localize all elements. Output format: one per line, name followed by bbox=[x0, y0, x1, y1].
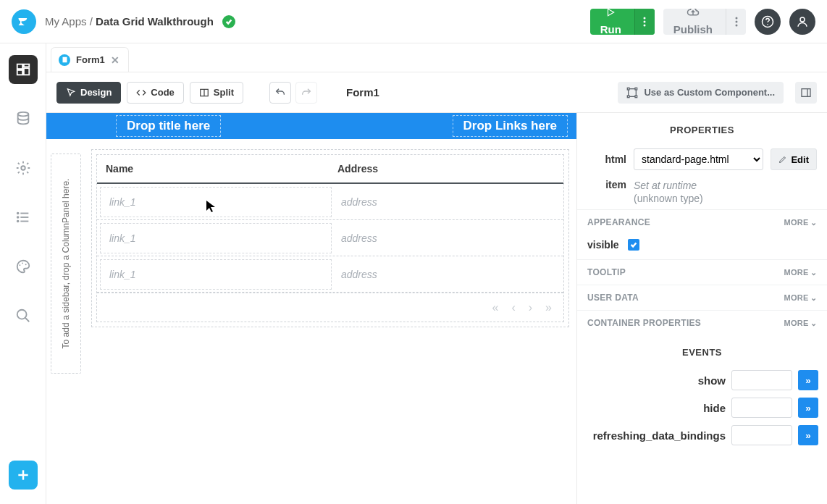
palette-icon bbox=[15, 259, 31, 274]
redo-button[interactable] bbox=[295, 82, 317, 104]
tab-form1[interactable]: Form1 ✕ bbox=[51, 47, 129, 72]
toolbar: Design Code Split For bbox=[46, 72, 827, 113]
more-toggle[interactable]: MORE⌄ bbox=[784, 319, 817, 328]
pager-first-icon[interactable]: « bbox=[492, 301, 499, 314]
help-button[interactable] bbox=[755, 9, 781, 35]
svg-point-2 bbox=[644, 24, 646, 26]
svg-point-3 bbox=[735, 17, 737, 19]
section-tooltip[interactable]: TOOLTIP MORE⌄ bbox=[577, 259, 827, 285]
gear-icon bbox=[15, 160, 31, 176]
svg-rect-33 bbox=[635, 88, 637, 90]
event-hide-input[interactable] bbox=[731, 398, 792, 418]
cell-address[interactable]: address bbox=[332, 269, 563, 280]
rail-add-button[interactable] bbox=[9, 461, 38, 490]
code-icon bbox=[136, 88, 146, 98]
list-icon bbox=[15, 209, 31, 225]
svg-rect-32 bbox=[628, 88, 630, 90]
prop-visible-checkbox[interactable] bbox=[628, 239, 639, 251]
rail-settings-button[interactable] bbox=[9, 154, 38, 182]
svg-point-8 bbox=[800, 17, 805, 22]
undo-button[interactable] bbox=[269, 82, 291, 104]
cell-link[interactable]: link_1 bbox=[100, 187, 332, 217]
column-header-address[interactable]: Address bbox=[329, 163, 563, 175]
publish-button[interactable]: Publish bbox=[663, 9, 746, 35]
event-show-go-button[interactable]: » bbox=[798, 370, 818, 390]
redo-icon bbox=[301, 87, 312, 98]
design-canvas[interactable]: Drop title here Drop Links here To add a… bbox=[46, 113, 576, 504]
svg-point-21 bbox=[19, 264, 20, 266]
prop-html-select[interactable]: standard-page.html bbox=[634, 148, 763, 170]
title-drop-zone[interactable]: Drop title here bbox=[116, 115, 221, 137]
section-container-properties[interactable]: CONTAINER PROPERTIES MORE⌄ bbox=[577, 310, 827, 335]
view-code-button[interactable]: Code bbox=[127, 82, 184, 104]
svg-rect-9 bbox=[17, 64, 22, 69]
svg-point-18 bbox=[17, 213, 18, 214]
grid-header: Name Address bbox=[97, 155, 563, 184]
events-heading: EVENTS bbox=[577, 335, 827, 366]
more-toggle[interactable]: MORE⌄ bbox=[784, 293, 817, 303]
pager-prev-icon[interactable]: ‹ bbox=[511, 301, 515, 314]
event-refresh-input[interactable] bbox=[731, 425, 792, 445]
form-icon bbox=[59, 54, 70, 66]
pager-last-icon[interactable]: » bbox=[545, 301, 552, 314]
plus-icon bbox=[16, 468, 30, 482]
properties-heading: PROPERTIES bbox=[577, 113, 827, 144]
section-appearance[interactable]: APPEARANCE MORE⌄ bbox=[577, 209, 827, 235]
column-header-name[interactable]: Name bbox=[97, 163, 329, 175]
pager-next-icon[interactable]: › bbox=[529, 301, 532, 314]
grid-row[interactable]: link_1 address bbox=[97, 220, 563, 256]
play-icon bbox=[605, 9, 616, 18]
current-form-label: Form1 bbox=[346, 86, 379, 98]
tab-close-icon[interactable]: ✕ bbox=[111, 54, 119, 66]
prop-item-value: Set at runtime (unknown type) bbox=[634, 179, 703, 205]
sidebar-drop-zone[interactable]: To add a sidebar, drop a ColumnPanel her… bbox=[51, 154, 81, 374]
layout-icon bbox=[15, 62, 31, 77]
cell-link[interactable]: link_1 bbox=[100, 223, 332, 253]
cell-link[interactable]: link_1 bbox=[100, 259, 332, 290]
rail-search-button[interactable] bbox=[9, 301, 38, 330]
account-button[interactable] bbox=[789, 9, 815, 35]
links-drop-zone[interactable]: Drop Links here bbox=[453, 115, 568, 137]
event-hide-label: hide bbox=[586, 402, 726, 414]
grid-row[interactable]: link_1 address bbox=[97, 256, 563, 293]
publish-menu-button[interactable] bbox=[726, 9, 746, 35]
event-refresh-go-button[interactable]: » bbox=[798, 425, 818, 445]
rail-app-button[interactable] bbox=[9, 55, 38, 84]
data-grid[interactable]: Name Address link_1 address link_1 addre… bbox=[91, 149, 569, 327]
svg-point-13 bbox=[17, 112, 28, 117]
chevron-down-icon: ⌄ bbox=[810, 293, 817, 303]
cell-address[interactable]: address bbox=[332, 196, 563, 208]
svg-rect-35 bbox=[635, 96, 637, 98]
rail-theme-button[interactable] bbox=[9, 252, 38, 281]
run-button[interactable]: Run bbox=[590, 9, 655, 35]
run-menu-button[interactable] bbox=[634, 9, 655, 35]
app-logo[interactable] bbox=[12, 9, 36, 34]
section-user-data[interactable]: USER DATA MORE⌄ bbox=[577, 285, 827, 310]
view-design-button[interactable]: Design bbox=[56, 82, 121, 104]
page-header-bar: Drop title here Drop Links here bbox=[46, 113, 576, 139]
custom-component-button[interactable]: Use as Custom Component... bbox=[618, 82, 784, 104]
breadcrumb-current[interactable]: Data Grid Walkthrough bbox=[96, 15, 214, 28]
svg-line-25 bbox=[25, 318, 29, 322]
svg-rect-10 bbox=[23, 64, 28, 67]
view-split-button[interactable]: Split bbox=[190, 82, 243, 104]
rail-list-button[interactable] bbox=[9, 203, 38, 232]
event-hide-go-button[interactable]: » bbox=[798, 398, 818, 418]
rail-data-button[interactable] bbox=[9, 104, 38, 133]
panel-toggle-button[interactable] bbox=[795, 82, 817, 104]
kebab-icon bbox=[735, 17, 738, 27]
event-refresh-label: refreshing_data_bindings bbox=[586, 429, 726, 442]
prop-item-label: item bbox=[587, 179, 626, 190]
grid-row[interactable]: link_1 address bbox=[97, 184, 563, 220]
cell-address[interactable]: address bbox=[332, 232, 563, 244]
more-toggle[interactable]: MORE⌄ bbox=[784, 268, 817, 277]
breadcrumb-root[interactable]: My Apps bbox=[45, 15, 87, 28]
saved-check-icon bbox=[222, 15, 235, 28]
properties-panel: PROPERTIES html standard-page.html Edit … bbox=[576, 113, 827, 504]
chevron-down-icon: ⌄ bbox=[810, 268, 817, 277]
event-show-label: show bbox=[586, 374, 726, 387]
more-toggle[interactable]: MORE⌄ bbox=[784, 218, 817, 227]
edit-html-button[interactable]: Edit bbox=[771, 148, 817, 170]
event-show-input[interactable] bbox=[731, 370, 792, 390]
svg-point-19 bbox=[17, 217, 18, 218]
